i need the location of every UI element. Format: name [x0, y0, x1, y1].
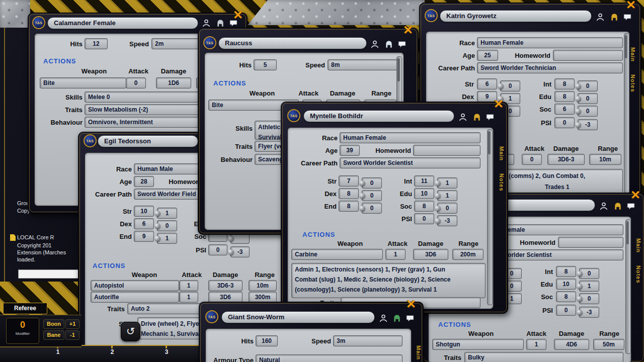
tab-main[interactable]: Main: [630, 47, 636, 62]
bane-button[interactable]: Bane: [43, 330, 64, 340]
tab-main[interactable]: Main: [499, 146, 505, 161]
person-icon[interactable]: [457, 112, 468, 122]
scrollbar-thumb[interactable]: [488, 131, 491, 154]
psi-value[interactable]: 0: [556, 305, 576, 316]
weapon-attack[interactable]: 0: [126, 77, 146, 88]
weapon-damage[interactable]: 3D6-3: [208, 280, 243, 291]
weapon-range[interactable]: 10m: [249, 280, 277, 291]
close-icon[interactable]: ✕: [494, 98, 504, 110]
close-icon[interactable]: ✕: [403, 24, 413, 36]
edu-value[interactable]: 8: [554, 91, 575, 102]
traits-value[interactable]: Bulky: [464, 352, 623, 362]
edu-modifier[interactable]: 1: [437, 190, 457, 201]
age-value[interactable]: 25: [477, 50, 498, 61]
scrollbar[interactable]: [487, 129, 493, 305]
race-value[interactable]: Human Female: [477, 37, 623, 48]
minus-one-button[interactable]: -1: [65, 330, 79, 340]
age-value[interactable]: 39: [340, 145, 360, 156]
weapon-range[interactable]: 200m: [452, 249, 484, 260]
referee-button[interactable]: Referee: [3, 303, 47, 314]
edu-modifier[interactable]: 0: [578, 93, 598, 104]
plus-one-button[interactable]: +1: [65, 319, 79, 329]
helmet-icon[interactable]: [383, 39, 394, 49]
weapon-damage[interactable]: 3D6: [413, 249, 448, 260]
speech-bubble-icon[interactable]: [625, 201, 636, 211]
hits-value[interactable]: 160: [256, 335, 278, 346]
psi-value[interactable]: 0: [208, 244, 227, 255]
str-modifier[interactable]: 1: [157, 208, 177, 219]
tab-notes[interactable]: Notes: [635, 265, 641, 284]
psi-modifier[interactable]: -3: [437, 215, 457, 226]
int-value[interactable]: 11: [414, 175, 434, 187]
psi-modifier[interactable]: -3: [578, 119, 598, 130]
person-icon[interactable]: [201, 18, 212, 28]
weapon-name[interactable]: Autopistol: [91, 280, 179, 291]
int-value[interactable]: 8: [556, 266, 576, 277]
homeworld-value[interactable]: [553, 50, 623, 61]
weapon-attack[interactable]: 0: [522, 154, 542, 165]
scrollbar[interactable]: [624, 33, 629, 193]
person-icon[interactable]: [378, 313, 389, 323]
edu-modifier[interactable]: 1: [579, 281, 599, 292]
int-modifier[interactable]: 0: [578, 80, 598, 92]
str-value[interactable]: 10: [134, 206, 154, 217]
dex-value[interactable]: 8: [339, 188, 359, 199]
soc-modifier[interactable]: 0: [578, 106, 598, 117]
weapon-attack[interactable]: 1: [526, 339, 546, 350]
end-modifier[interactable]: 0: [362, 203, 382, 214]
psi-modifier[interactable]: -3: [230, 246, 250, 257]
tas-logo-icon[interactable]: TAS: [84, 134, 97, 147]
weapon-damage[interactable]: 1D6: [156, 77, 191, 88]
weapon-name[interactable]: Autorifle: [91, 292, 179, 303]
tab-notes[interactable]: Notes: [630, 74, 636, 93]
career-value[interactable]: Sword Worlder Scientist: [340, 157, 480, 168]
window-title[interactable]: Raucuss: [218, 37, 367, 49]
soc-value[interactable]: 8: [414, 201, 434, 212]
armour-type-value[interactable]: Natural: [256, 354, 403, 362]
speed-value[interactable]: 3m: [333, 335, 403, 346]
end-value[interactable]: 8: [339, 201, 359, 212]
psi-value[interactable]: 0: [554, 117, 575, 128]
psi-modifier[interactable]: -3: [579, 307, 599, 318]
psi-value[interactable]: 0: [414, 213, 434, 224]
weapon-attack[interactable]: 1: [179, 280, 198, 291]
hits-value[interactable]: 5: [254, 59, 277, 70]
dex-modifier[interactable]: 0: [157, 220, 177, 231]
helmet-icon[interactable]: [609, 12, 620, 22]
age-value[interactable]: 28: [134, 176, 154, 187]
int-modifier[interactable]: 0: [579, 268, 599, 279]
weapon-damage[interactable]: 3D6-3: [547, 154, 585, 165]
speech-bubble-icon[interactable]: [485, 112, 496, 122]
dex-modifier[interactable]: 0: [362, 190, 382, 201]
end-value[interactable]: 9: [134, 231, 154, 242]
tab-main[interactable]: Main: [416, 345, 422, 360]
str-modifier[interactable]: 0: [500, 80, 520, 92]
soc-value[interactable]: 8: [556, 291, 576, 302]
speed-value[interactable]: 8m: [328, 59, 398, 70]
scrollbar-thumb[interactable]: [397, 58, 400, 81]
window-title[interactable]: Calamander Female: [47, 17, 198, 29]
weapon-damage[interactable]: 3D6: [208, 292, 243, 303]
int-modifier[interactable]: 1: [437, 177, 457, 189]
helmet-icon[interactable]: [215, 18, 226, 28]
race-value[interactable]: Human Female: [340, 132, 480, 143]
person-icon[interactable]: [595, 12, 606, 22]
close-icon[interactable]: ✕: [406, 298, 416, 310]
str-value[interactable]: 6: [477, 78, 497, 89]
tas-logo-icon[interactable]: TAS: [425, 9, 438, 22]
str-modifier[interactable]: 0: [362, 177, 382, 189]
dex-value[interactable]: 6: [134, 218, 154, 229]
scrollbar-thumb[interactable]: [625, 35, 627, 58]
speech-bubble-icon[interactable]: [405, 313, 416, 323]
weapon-attack[interactable]: 1: [179, 292, 198, 303]
homeworld-value[interactable]: [413, 145, 480, 156]
weapon-range[interactable]: 300m: [249, 292, 277, 303]
homeworld-value[interactable]: [558, 237, 623, 248]
undo-button[interactable]: ↺: [121, 322, 140, 341]
tas-logo-icon[interactable]: TAS: [205, 310, 218, 323]
weapon-name[interactable]: Bite: [40, 77, 126, 88]
soc-modifier[interactable]: 0: [437, 203, 457, 214]
helmet-icon[interactable]: [391, 313, 403, 323]
helmet-icon[interactable]: [471, 112, 482, 122]
speech-bubble-icon[interactable]: [396, 39, 408, 49]
